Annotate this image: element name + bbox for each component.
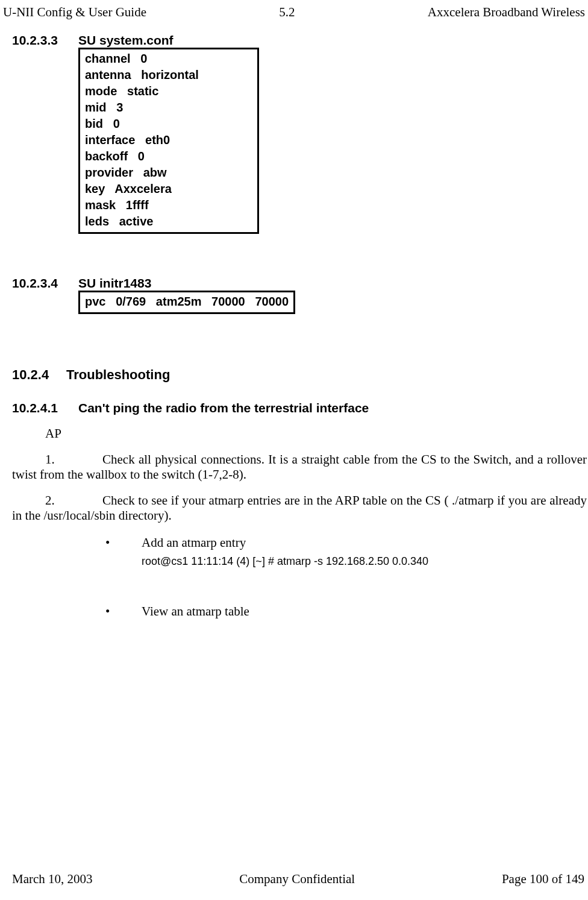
- heading-number: 10.2.3.4: [12, 276, 78, 291]
- config-box-initr1483: pvc 0/769 atm25m 70000 70000: [78, 291, 295, 314]
- bullet-item-1: • Add an atmarp entry: [105, 535, 588, 550]
- heading-title: Troubleshooting: [66, 367, 170, 383]
- list-number: 1.: [45, 452, 102, 467]
- config-box-system-conf: channel 0 antenna horizontal mode static…: [78, 48, 259, 234]
- header-center: 5.2: [279, 5, 295, 20]
- footer-center: Company Confidential: [239, 872, 355, 887]
- label-ap: AP: [45, 426, 588, 441]
- heading-title: Can't ping the radio from the terrestria…: [78, 401, 369, 415]
- code-line-atmarp: root@cs1 11:11:14 (4) [~] # atmarp -s 19…: [142, 555, 588, 568]
- heading-10-2-3-4: 10.2.3.4 SU initr1483: [12, 276, 588, 291]
- page-footer: March 10, 2003 Company Confidential Page…: [0, 872, 588, 887]
- heading-10-2-3-3: 10.2.3.3 SU system.conf: [12, 33, 588, 48]
- bullet-text: View an atmarp table: [142, 604, 249, 619]
- list-item-1: 1.Check all physical connections. It is …: [12, 452, 588, 482]
- footer-right: Page 100 of 149: [502, 872, 584, 887]
- heading-title: SU initr1483: [78, 276, 151, 291]
- bullet-glyph: •: [105, 604, 142, 619]
- header-left: U-NII Config & User Guide: [3, 5, 146, 20]
- heading-number: 10.2.4.1: [12, 401, 78, 415]
- footer-left: March 10, 2003: [12, 872, 93, 887]
- heading-title: SU system.conf: [78, 33, 174, 48]
- header-right: Axxcelera Broadband Wireless: [428, 5, 585, 20]
- heading-number: 10.2.4: [12, 367, 66, 383]
- bullet-item-2: • View an atmarp table: [105, 604, 588, 619]
- heading-10-2-4: 10.2.4 Troubleshooting: [12, 367, 588, 383]
- page-header: U-NII Config & User Guide 5.2 Axxcelera …: [0, 5, 588, 20]
- page-content: 10.2.3.3 SU system.conf channel 0 antenn…: [0, 20, 588, 619]
- heading-10-2-4-1: 10.2.4.1 Can't ping the radio from the t…: [12, 401, 588, 415]
- list-number: 2.: [45, 493, 102, 508]
- list-item-2: 2.Check to see if your atmarp entries ar…: [12, 493, 588, 523]
- heading-number: 10.2.3.3: [12, 33, 78, 48]
- bullet-text: Add an atmarp entry: [142, 535, 246, 550]
- bullet-glyph: •: [105, 535, 142, 550]
